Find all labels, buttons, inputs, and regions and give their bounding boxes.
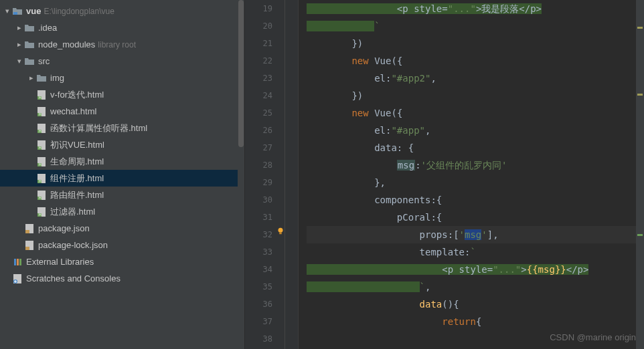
file-组件注册.html[interactable]: H组件注册.html (0, 170, 244, 187)
expand-arrow-icon[interactable] (27, 74, 36, 83)
svg-rect-31 (19, 259, 21, 265)
intention-bulb-icon[interactable] (276, 226, 285, 235)
expand-arrow-icon[interactable] (15, 57, 24, 66)
expand-arrow-icon (15, 241, 24, 250)
code-line[interactable]: el:"#app2", (307, 70, 644, 87)
code-line[interactable]: new Vue({ (307, 52, 644, 70)
editor-scrollbar[interactable] (636, 0, 644, 349)
tree-item-label: External Libraries (26, 257, 94, 267)
code-line[interactable]: ` (307, 17, 644, 35)
line-number[interactable]: 27 (245, 139, 272, 156)
code-line[interactable]: data: { (307, 139, 644, 156)
line-number[interactable]: 37 (245, 313, 272, 330)
code-line[interactable]: <p style="...">我是段落</p> (307, 0, 644, 17)
line-number[interactable]: 23 (245, 70, 272, 87)
line-number[interactable]: 38 (245, 330, 272, 348)
watermark-text: CSDN @marine origin (550, 332, 636, 342)
editor-code-area[interactable]: <p style="...">我是段落</p> ` }) new Vue({ e… (299, 0, 644, 349)
file-package.json[interactable]: package.json (0, 220, 244, 237)
file-过滤器.html[interactable]: H过滤器.html (0, 203, 244, 220)
line-number[interactable]: 19 (245, 0, 272, 17)
line-number[interactable]: 33 (245, 243, 272, 261)
file-函数计算属性侦听器.html[interactable]: H函数计算属性侦听器.html (0, 120, 244, 136)
folder-icon (24, 23, 35, 33)
folder-img[interactable]: img (0, 70, 244, 86)
folder-src[interactable]: src (0, 53, 244, 70)
expand-arrow-icon (27, 90, 36, 100)
code-line[interactable]: msg:'父组件的乱罗内同' (307, 156, 644, 174)
editor-gutter: 1920212223242526272829303132333435363738 (245, 0, 285, 349)
tree-item-label: 初识VUE.html (50, 139, 104, 151)
expand-arrow-icon (27, 107, 36, 116)
line-number[interactable]: 30 (245, 191, 272, 209)
line-number[interactable]: 22 (245, 52, 272, 70)
html-file-icon: H (36, 123, 47, 134)
expand-arrow-icon[interactable] (15, 23, 24, 33)
file-package-lock.json[interactable]: package-lock.json (0, 237, 244, 253)
code-line[interactable]: data(){ (307, 296, 644, 313)
expand-arrow-icon (3, 257, 12, 267)
folder-icon (36, 73, 47, 84)
code-line[interactable]: components:{ (307, 191, 644, 209)
code-line[interactable]: <p style="...">{{msg}}</p> (307, 261, 644, 278)
file-初识VUE.html[interactable]: H初识VUE.html (0, 136, 244, 153)
tree-item-label: package-lock.json (38, 240, 108, 250)
expand-arrow-icon (27, 157, 36, 166)
folder-.idea[interactable]: .idea (0, 19, 244, 36)
line-number[interactable]: 26 (245, 122, 272, 139)
project-tree-panel: vue E:\lingdongplan\vue.ideanode_modules… (0, 0, 245, 349)
line-number[interactable]: 25 (245, 104, 272, 122)
line-number[interactable]: 35 (245, 278, 272, 296)
expand-arrow-icon[interactable] (3, 7, 12, 16)
tree-item-label: src (38, 56, 50, 66)
external-libraries[interactable]: External Libraries (0, 253, 244, 270)
file-wechat.html[interactable]: Hwechat.html (0, 103, 244, 120)
file-路由组件.html[interactable]: H路由组件.html (0, 187, 244, 203)
code-line[interactable]: el:"#app", (307, 122, 644, 139)
svg-text:H: H (39, 112, 42, 116)
svg-text:H: H (39, 196, 42, 200)
file-v-for迭代.html[interactable]: Hv-for迭代.html (0, 86, 244, 103)
file-生命周期.html[interactable]: H生命周期.html (0, 153, 244, 170)
svg-rect-26 (25, 230, 29, 233)
html-file-icon: H (36, 156, 47, 167)
line-number[interactable]: 31 (245, 209, 272, 226)
code-line[interactable]: pCoral:{ (307, 209, 644, 226)
editor-gutter-icons (285, 0, 299, 349)
line-number[interactable]: 21 (245, 35, 272, 52)
line-number[interactable]: 28 (245, 156, 272, 174)
code-line[interactable]: }, (307, 174, 644, 191)
line-number[interactable]: 34 (245, 261, 272, 278)
line-number[interactable]: 36 (245, 296, 272, 313)
tree-item-label: 函数计算属性侦听器.html (50, 122, 147, 134)
code-line[interactable]: props:['msg'], (307, 226, 644, 243)
tree-item-path-hint: E:\lingdongplan\vue (44, 7, 114, 16)
tree-item-label: 生命周期.html (50, 156, 104, 168)
tree-item-label: 过滤器.html (50, 206, 95, 218)
svg-rect-29 (14, 259, 16, 265)
code-line[interactable]: return{ (307, 313, 644, 330)
tree-item-label: vue (26, 6, 41, 16)
expand-arrow-icon[interactable] (15, 40, 24, 49)
library-icon (12, 257, 23, 267)
code-line[interactable]: }) (307, 87, 644, 104)
folder-node_modules[interactable]: node_modules library root (0, 36, 244, 53)
line-number[interactable]: 32 (245, 226, 272, 243)
scratches-and-consoles[interactable]: Scratches and Consoles (0, 270, 244, 287)
code-line[interactable]: template:` (307, 243, 644, 261)
line-number[interactable]: 29 (245, 174, 272, 191)
tree-item-label: .idea (38, 23, 57, 33)
code-line[interactable]: `, (307, 278, 644, 296)
code-line[interactable]: }) (307, 35, 644, 52)
expand-arrow-icon (27, 191, 36, 200)
svg-rect-28 (25, 247, 29, 250)
code-editor[interactable]: 1920212223242526272829303132333435363738… (245, 0, 644, 349)
folder-icon (24, 56, 35, 67)
sidebar-scrollbar-thumb[interactable] (238, 0, 244, 147)
line-number[interactable]: 20 (245, 17, 272, 35)
tree-item-label: Scratches and Consoles (26, 273, 120, 283)
code-line[interactable]: new Vue({ (307, 104, 644, 122)
sidebar-scrollbar[interactable] (238, 0, 244, 349)
project-root[interactable]: vue E:\lingdongplan\vue (0, 3, 244, 19)
line-number[interactable]: 24 (245, 87, 272, 104)
